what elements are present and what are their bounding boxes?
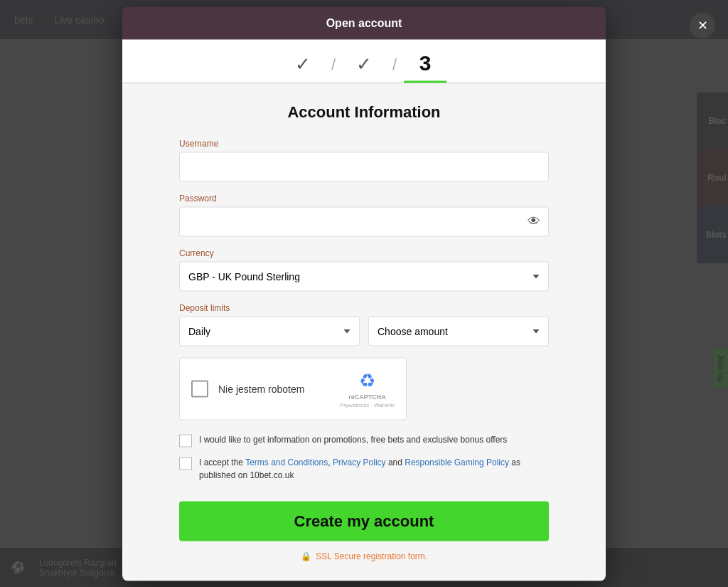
- currency-select[interactable]: GBP - UK Pound Sterling EUR - Euro USD -…: [179, 261, 549, 291]
- ssl-link[interactable]: SSL Secure registration form.: [316, 551, 427, 561]
- step-2-icon: ✓: [356, 54, 372, 78]
- deposit-limits-label: Deposit limits: [179, 302, 549, 312]
- step-divider-1: /: [331, 55, 336, 80]
- step-divider-2: /: [392, 55, 397, 80]
- modal-body: Account Information Username Password 👁 …: [122, 83, 606, 581]
- promo-checkbox-row: I would like to get information on promo…: [179, 433, 549, 447]
- privacy-link[interactable]: Privacy Policy: [333, 457, 386, 467]
- close-button[interactable]: ✕: [690, 13, 715, 38]
- step-3-underline: [404, 80, 446, 83]
- deposit-row: Daily Weekly Monthly Choose amount £100 …: [179, 316, 549, 346]
- step-3: 3: [404, 52, 446, 83]
- terms-checkbox[interactable]: [179, 457, 192, 470]
- password-label: Password: [179, 193, 549, 203]
- create-account-button[interactable]: Create my account: [179, 501, 549, 541]
- deposit-amount-group: Choose amount £100 £200 £500 £1000: [368, 316, 549, 346]
- username-group: Username: [179, 138, 549, 181]
- step-1-icon: ✓: [295, 54, 311, 78]
- step-bar: ✓ / ✓ / 3: [122, 39, 606, 83]
- deposit-limits-group: Deposit limits Daily Weekly Monthly Choo…: [179, 302, 549, 346]
- deposit-amount-select[interactable]: Choose amount £100 £200 £500 £1000: [368, 316, 549, 346]
- terms-checkbox-row: I accept the Terms and Conditions, Priva…: [179, 455, 549, 481]
- password-input[interactable]: [179, 206, 549, 236]
- responsible-gaming-link[interactable]: Responsible Gaming Policy: [405, 457, 509, 467]
- password-wrapper: 👁: [179, 206, 549, 236]
- password-group: Password 👁: [179, 193, 549, 236]
- recaptcha-label: Nie jestem robotem: [218, 383, 330, 394]
- recaptcha-links: Prywatność · Warunki: [340, 401, 395, 408]
- username-label: Username: [179, 138, 549, 148]
- terms-checkbox-text: I accept the Terms and Conditions, Priva…: [199, 455, 549, 481]
- toggle-password-icon[interactable]: 👁: [528, 214, 540, 229]
- open-account-modal: Open account ✓ / ✓ / 3 Account Informati…: [122, 6, 606, 581]
- promo-checkbox[interactable]: [179, 434, 192, 447]
- terms-link[interactable]: Terms and Conditions: [245, 457, 328, 467]
- currency-group: Currency GBP - UK Pound Sterling EUR - E…: [179, 248, 549, 291]
- ssl-note: 🔒 SSL Secure registration form.: [179, 551, 549, 561]
- username-input[interactable]: [179, 152, 549, 181]
- step-1: ✓: [282, 54, 324, 80]
- step-1-underline: [282, 78, 324, 80]
- recaptcha-box: Nie jestem robotem ♻ reCAPTCHA Prywatnoś…: [179, 357, 407, 420]
- recaptcha-checkbox[interactable]: [191, 380, 208, 397]
- step-3-icon: 3: [419, 52, 432, 79]
- modal-header: Open account: [122, 6, 606, 39]
- step-2-underline: [343, 78, 385, 80]
- promo-checkbox-text: I would like to get information on promo…: [199, 433, 507, 445]
- recaptcha-logo: ♻ reCAPTCHA Prywatność · Warunki: [340, 369, 395, 408]
- recaptcha-brand: reCAPTCHA: [348, 393, 386, 400]
- currency-label: Currency: [179, 248, 549, 258]
- step-2: ✓: [343, 54, 385, 80]
- lock-icon: 🔒: [301, 551, 311, 561]
- deposit-period-select[interactable]: Daily Weekly Monthly: [179, 316, 360, 346]
- form-title: Account Information: [179, 102, 549, 121]
- recaptcha-icon: ♻: [359, 369, 375, 391]
- modal-title: Open account: [326, 16, 402, 28]
- deposit-period-group: Daily Weekly Monthly: [179, 316, 360, 346]
